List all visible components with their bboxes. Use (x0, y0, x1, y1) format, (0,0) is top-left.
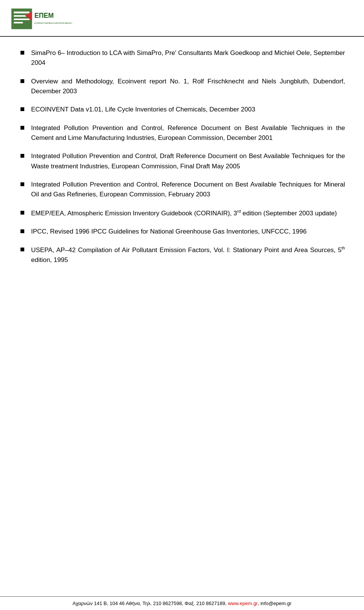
list-item: EMEP/EEA, Atmospheric Emission Inventory… (19, 208, 345, 218)
svg-text:ΕΤΑΙΡΕΙΑ ΠΕΡΙΒΑΛΛΟΝΤΙΚΩΝ ΜΕΛΕΤ: ΕΤΑΙΡΕΙΑ ΠΕΡΙΒΑΛΛΟΝΤΙΚΩΝ ΜΕΛΕΤΩΝ (35, 22, 72, 24)
bullet-square (20, 79, 24, 83)
header: ΕΠΕΜ ΕΤΑΙΡΕΙΑ ΠΕΡΙΒΑΛΛΟΝΤΙΚΩΝ ΜΕΛΕΤΩΝ (0, 0, 364, 37)
list-item: ECOINVENT Data v1.01, Life Cycle Invento… (19, 105, 345, 114)
svg-rect-1 (14, 12, 30, 14)
bullet-icon (19, 49, 26, 56)
list-item: Integrated Pollution Prevention and Cont… (19, 123, 345, 143)
bullet-icon (19, 106, 26, 113)
footer: Αχαρνών 141 Β, 104 46 Αθήνα, Τηλ. 210 86… (0, 596, 364, 610)
bullet-square (20, 182, 24, 186)
list-item: Integrated Pollution Prevention and Cont… (19, 151, 345, 171)
bullet-square (20, 211, 24, 215)
svg-rect-3 (14, 19, 30, 20)
reference-text: Integrated Pollution Prevention and Cont… (31, 123, 345, 143)
bullet-square (20, 154, 24, 158)
page-container: ΕΠΕΜ ΕΤΑΙΡΕΙΑ ΠΕΡΙΒΑΛΛΟΝΤΙΚΩΝ ΜΕΛΕΤΩΝ Si… (0, 0, 364, 610)
bullet-icon (19, 152, 26, 159)
footer-address: Αχαρνών 141 Β, 104 46 Αθήνα, Τηλ. 210 86… (72, 601, 226, 606)
reference-text: SimaPro 6– Introduction to LCA with Sima… (31, 48, 345, 68)
bullet-square (20, 107, 24, 111)
reference-text: ECOINVENT Data v1.01, Life Cycle Invento… (31, 105, 345, 114)
svg-text:ΕΠΕΜ: ΕΠΕΜ (35, 12, 54, 19)
bullet-icon (19, 228, 26, 235)
bullet-icon (19, 246, 26, 253)
bullet-square (20, 229, 24, 233)
reference-text: USEPA, AP–42 Compilation of Air Pollutan… (31, 245, 345, 265)
bullet-icon (19, 78, 26, 85)
main-content: SimaPro 6– Introduction to LCA with Sima… (0, 37, 364, 596)
epem-logo: ΕΠΕΜ ΕΤΑΙΡΕΙΑ ΠΕΡΙΒΑΛΛΟΝΤΙΚΩΝ ΜΕΛΕΤΩΝ (11, 7, 72, 31)
reference-text: EMEP/EEA, Atmospheric Emission Inventory… (31, 208, 345, 218)
footer-email: , info@epem.gr (258, 601, 292, 606)
superscript-th: th (342, 246, 345, 250)
list-item: Integrated Pollution Prevention and Cont… (19, 180, 345, 200)
superscript-rd: rd (237, 209, 241, 213)
bullet-icon (19, 124, 26, 131)
bullet-square (20, 248, 24, 251)
list-item: Overview and Methodology, Ecoinvent repo… (19, 77, 345, 97)
reference-text: Integrated Pollution Prevention and Cont… (31, 151, 345, 171)
bullet-icon (19, 209, 26, 216)
bullet-square (20, 126, 24, 130)
bullet-icon (19, 181, 26, 188)
logo-container: ΕΠΕΜ ΕΤΑΙΡΕΙΑ ΠΕΡΙΒΑΛΛΟΝΤΙΚΩΝ ΜΕΛΕΤΩΝ (11, 7, 72, 31)
svg-rect-4 (14, 22, 23, 24)
list-item: SimaPro 6– Introduction to LCA with Sima… (19, 48, 345, 68)
bullet-square (20, 51, 24, 55)
reference-text: IPCC, Revised 1996 IPCC Guidelines for N… (31, 227, 345, 237)
svg-rect-2 (14, 15, 26, 17)
list-item: IPCC, Revised 1996 IPCC Guidelines for N… (19, 227, 345, 237)
reference-text: Overview and Methodology, Ecoinvent repo… (31, 77, 345, 97)
footer-website-link[interactable]: www.epem.gr (228, 601, 258, 606)
list-item: USEPA, AP–42 Compilation of Air Pollutan… (19, 245, 345, 265)
reference-text: Integrated Pollution Prevention and Cont… (31, 180, 345, 200)
references-list: SimaPro 6– Introduction to LCA with Sima… (19, 48, 345, 265)
